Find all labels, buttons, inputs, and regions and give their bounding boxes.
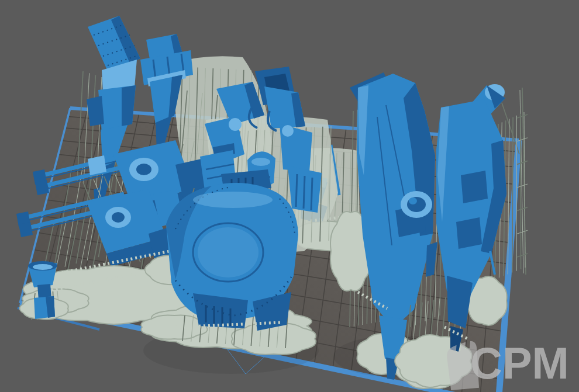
watermark-label: CPM [470,341,579,386]
model-part [296,174,297,207]
model-part [198,227,259,277]
support-strut [517,230,528,234]
model-part [311,178,312,210]
model-part [456,217,482,249]
model-part [88,155,106,175]
support-strut [521,114,521,269]
support-strut [517,184,528,188]
viewport-3d[interactable]: CPM [0,0,579,392]
model-part [229,118,242,131]
model-part [461,171,488,203]
model-part [409,197,417,204]
support-strut [517,254,528,257]
model-part [35,180,49,195]
scene-canvas[interactable] [0,0,579,392]
model-part [304,176,305,209]
model-part [19,222,33,237]
model-part [33,264,53,270]
model-part [193,192,273,208]
model-part [112,212,125,223]
model-part [136,164,151,175]
support-strut [517,115,528,118]
model-part [251,158,270,166]
support-raft-blob [141,315,207,339]
model-part [282,125,294,137]
